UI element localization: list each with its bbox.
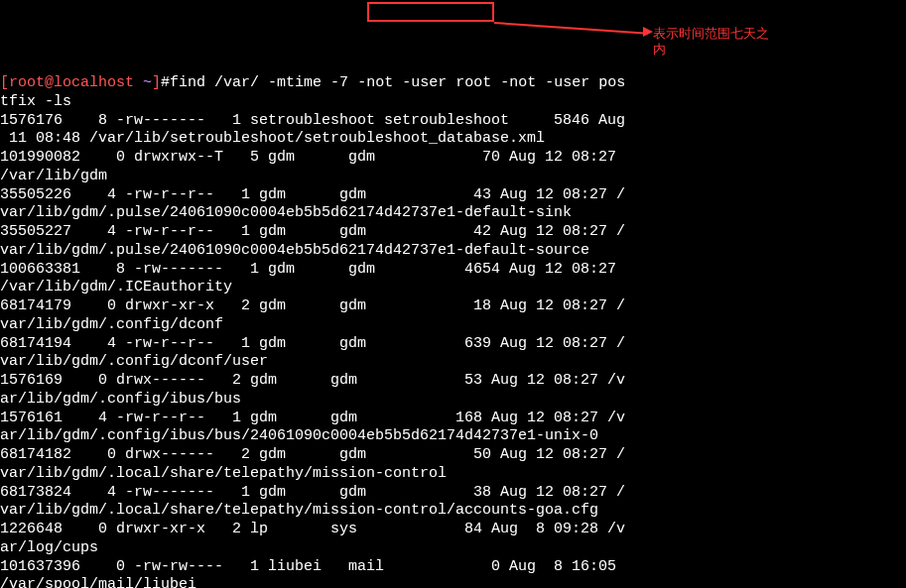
output-line: /var/lib/gdm/.ICEauthority	[0, 279, 232, 295]
highlight-box	[367, 2, 494, 22]
output-line: 1226648 0 drwxr-xr-x 2 lp sys 84 Aug 8 0…	[0, 521, 625, 537]
output-line: 1576169 0 drwx------ 2 gdm gdm 53 Aug 12…	[0, 372, 625, 389]
output-line: var/lib/gdm/.pulse/24061090c0004eb5b5d62…	[0, 242, 589, 259]
prompt-bracket: ]	[152, 74, 161, 91]
output-line: ar/log/cups	[0, 539, 98, 556]
prompt-tilde: ~	[143, 74, 152, 91]
output-line: 68174182 0 drwx------ 2 gdm gdm 50 Aug 1…	[0, 446, 625, 463]
arrow-line	[494, 22, 648, 35]
output-line: 35505227 4 -rw-r--r-- 1 gdm gdm 42 Aug 1…	[0, 223, 625, 240]
output-line: /var/lib/gdm	[0, 168, 107, 184]
output-line: 1576161 4 -rw-r--r-- 1 gdm gdm 168 Aug 1…	[0, 410, 625, 426]
output-line: ar/lib/gdm/.config/ibus/bus/24061090c000…	[0, 427, 598, 444]
output-line: 68174179 0 drwxr-xr-x 2 gdm gdm 18 Aug 1…	[0, 297, 625, 314]
output-line: ar/lib/gdm/.config/ibus/bus	[0, 391, 241, 408]
output-line: 1576176 8 -rw------- 1 setroubleshoot se…	[0, 112, 625, 129]
output-line: 35505226 4 -rw-r--r-- 1 gdm gdm 43 Aug 1…	[0, 186, 625, 203]
cmd-box: -mtime -7	[268, 74, 357, 91]
output-line: 100663381 8 -rw------- 1 gdm gdm 4654 Au…	[0, 261, 625, 278]
output-line: var/lib/gdm/.config/dconf	[0, 316, 223, 333]
cmd-post: -not -user root -not -user pos	[357, 74, 625, 91]
output-line: 101637396 0 -rw-rw---- 1 liubei mail 0 A…	[0, 558, 625, 575]
terminal-output[interactable]: [root@localhost ~]#find /var/ -mtime -7 …	[0, 74, 906, 588]
annotation-text-2: 内	[653, 42, 666, 58]
output-line: var/lib/gdm/.local/share/telepathy/missi…	[0, 502, 598, 519]
output-line: 11 08:48 /var/lib/setroubleshoot/setroub…	[0, 130, 545, 147]
output-line: 101990082 0 drwxrwx--T 5 gdm gdm 70 Aug …	[0, 149, 625, 166]
arrow-head-icon	[643, 27, 653, 37]
output-line: /var/spool/mail/liubei	[0, 576, 196, 588]
prompt-hash: #	[161, 74, 170, 91]
output-line: var/lib/gdm/.config/dconf/user	[0, 353, 268, 370]
output-line: var/lib/gdm/.local/share/telepathy/missi…	[0, 465, 447, 482]
output-line: var/lib/gdm/.pulse/24061090c0004eb5b5d62…	[0, 204, 572, 221]
output-line: 68173824 4 -rw------- 1 gdm gdm 38 Aug 1…	[0, 484, 625, 501]
output-line: 68174194 4 -rw-r--r-- 1 gdm gdm 639 Aug …	[0, 335, 625, 352]
cmd-wrap: tfix -ls	[0, 93, 71, 110]
prompt-user: [root@localhost	[0, 74, 143, 91]
cmd-pre: find /var/	[170, 74, 268, 91]
annotation-text-1: 表示时间范围七天之	[653, 26, 769, 42]
